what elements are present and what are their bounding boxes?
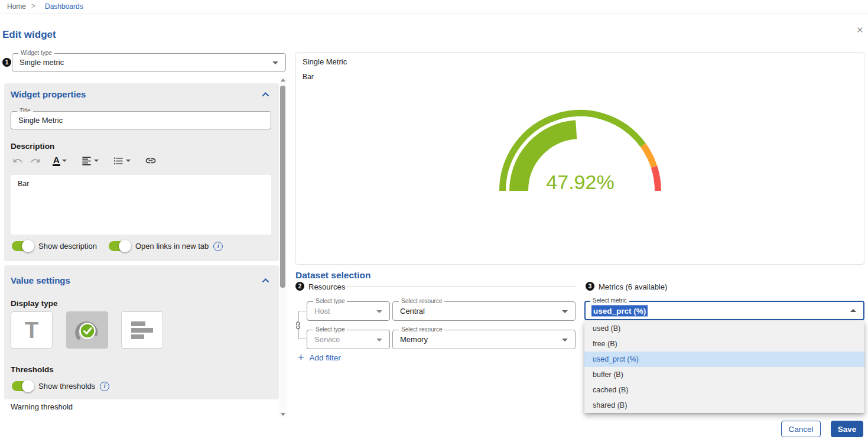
text-align-button[interactable] bbox=[79, 154, 100, 168]
info-icon[interactable]: i bbox=[100, 382, 109, 391]
text-color-button[interactable]: A bbox=[51, 154, 69, 167]
value-settings-panel: Value settings Display type T Thresholds bbox=[4, 265, 279, 399]
plus-icon: + bbox=[298, 352, 304, 363]
chevron-down-icon bbox=[126, 160, 131, 162]
close-icon[interactable]: ✕ bbox=[856, 25, 864, 35]
text-display-icon: T bbox=[25, 319, 38, 342]
left-panel-scrollbar[interactable] bbox=[279, 77, 287, 418]
display-type-label: Display type bbox=[11, 299, 58, 308]
resource-select-1[interactable]: Select resource Central bbox=[392, 301, 576, 321]
gauge-preview: 47.92% bbox=[492, 104, 669, 196]
resource-value-2: Memory bbox=[400, 330, 428, 349]
resource-select-2[interactable]: Select resource Memory bbox=[392, 330, 576, 349]
add-filter-label: Add filter bbox=[310, 353, 341, 362]
select-metric-label: Select metric bbox=[590, 297, 629, 304]
chevron-up-icon bbox=[850, 309, 856, 312]
gauge-display-icon bbox=[74, 318, 100, 343]
resource-type-value-1: Host bbox=[314, 302, 330, 320]
show-description-label: Show description bbox=[38, 242, 97, 251]
link-bracket-top bbox=[298, 311, 306, 321]
undo-button[interactable] bbox=[11, 154, 25, 167]
display-option-gauge[interactable] bbox=[66, 311, 108, 349]
open-links-label: Open links in new tab bbox=[135, 242, 209, 251]
metric-option[interactable]: free (B) bbox=[584, 336, 864, 352]
thresholds-label: Thresholds bbox=[11, 365, 54, 374]
toggles-row: Show description Open links in new tab i bbox=[12, 241, 223, 251]
preview-description: Bar bbox=[303, 73, 314, 81]
resources-label: Resources bbox=[308, 282, 345, 291]
display-option-bar-chart[interactable] bbox=[121, 311, 163, 349]
scrollbar-down-arrow-icon[interactable] bbox=[281, 413, 285, 416]
description-toolbar: A bbox=[11, 154, 158, 168]
description-textarea[interactable]: Bar bbox=[11, 175, 271, 235]
redo-button[interactable] bbox=[28, 154, 43, 167]
link-icon bbox=[145, 155, 157, 167]
scrollbar-up-arrow-icon[interactable] bbox=[281, 79, 285, 82]
step-1-badge: 1 bbox=[2, 58, 11, 67]
show-thresholds-label: Show thresholds bbox=[38, 382, 95, 391]
value-settings-heading: Value settings bbox=[11, 275, 70, 285]
metric-option[interactable]: used (B) bbox=[584, 321, 864, 336]
add-filter-button[interactable]: + Add filter bbox=[298, 352, 341, 363]
metric-options-menu: used (B) free (B) used_prct (%) buffer (… bbox=[584, 321, 864, 413]
description-label: Description bbox=[11, 142, 54, 151]
page-title: Edit widget bbox=[2, 29, 56, 41]
list-format-button[interactable] bbox=[111, 154, 132, 168]
bullet-list-icon bbox=[113, 155, 124, 167]
insert-link-button[interactable] bbox=[143, 154, 158, 168]
resources-divider bbox=[345, 287, 576, 287]
preview-title: Single Metric bbox=[303, 57, 347, 66]
redo-icon bbox=[30, 155, 41, 166]
breadcrumb-dashboards-link[interactable]: Dashboards bbox=[45, 2, 83, 11]
show-thresholds-row: Show thresholds i bbox=[12, 381, 109, 391]
title-field-wrap: Title bbox=[11, 111, 271, 129]
chevron-down-icon bbox=[62, 160, 67, 162]
step-3-badge: 3 bbox=[586, 282, 594, 291]
widget-type-select[interactable]: Widget type Single metric bbox=[12, 53, 286, 71]
chevron-down-icon bbox=[376, 339, 382, 342]
metric-select-value: used_prct (%) bbox=[591, 305, 648, 316]
step-2-badge: 2 bbox=[295, 282, 304, 291]
open-links-toggle[interactable] bbox=[109, 241, 130, 251]
widget-preview-panel: Single Metric Bar 47.92% bbox=[295, 52, 864, 265]
resource-type-select-2[interactable]: Select type Service bbox=[307, 330, 390, 349]
metric-option[interactable]: buffer (B) bbox=[584, 367, 864, 382]
resource-type-value-2: Service bbox=[314, 330, 340, 349]
warning-threshold-label: Warning threshold bbox=[11, 402, 73, 411]
link-bracket-bottom bbox=[298, 329, 306, 339]
metric-option[interactable]: shared (B) bbox=[584, 398, 864, 413]
chevron-up-icon bbox=[262, 92, 269, 97]
chevron-down-icon bbox=[562, 339, 568, 342]
show-description-toggle[interactable] bbox=[12, 241, 33, 251]
chevron-down-icon bbox=[272, 61, 278, 64]
breadcrumb-home-link[interactable]: Home bbox=[7, 2, 26, 11]
chevron-down-icon bbox=[94, 160, 99, 162]
info-icon[interactable]: i bbox=[213, 242, 223, 251]
chevron-down-icon bbox=[376, 310, 382, 313]
chevron-right-icon: > bbox=[31, 2, 35, 10]
metric-option[interactable]: cached (B) bbox=[584, 382, 864, 398]
widget-properties-panel: Widget properties Title Description A bbox=[4, 83, 279, 261]
bar-chart-icon bbox=[131, 320, 154, 340]
gauge-arc-critical bbox=[654, 167, 658, 191]
metric-select[interactable]: Select metric used_prct (%) bbox=[584, 301, 864, 320]
display-option-text[interactable]: T bbox=[11, 311, 53, 349]
gauge-value-text: 47.92% bbox=[546, 171, 614, 193]
save-button[interactable]: Save bbox=[831, 421, 863, 437]
collapse-value-settings-button[interactable] bbox=[262, 278, 269, 283]
align-left-icon bbox=[81, 155, 92, 167]
collapse-widget-properties-button[interactable] bbox=[262, 92, 269, 97]
show-thresholds-toggle[interactable] bbox=[12, 381, 33, 391]
metric-option-selected[interactable]: used_prct (%) bbox=[584, 352, 864, 367]
breadcrumb: Home > Dashboards bbox=[0, 0, 868, 14]
title-input[interactable] bbox=[11, 112, 271, 129]
widget-type-value: Single metric bbox=[19, 54, 64, 71]
scrollbar-thumb[interactable] bbox=[280, 86, 285, 288]
resource-type-select-1[interactable]: Select type Host bbox=[307, 301, 390, 321]
metrics-label: Metrics (6 available) bbox=[599, 282, 667, 291]
chain-link-icon bbox=[294, 321, 303, 330]
cancel-button[interactable]: Cancel bbox=[781, 421, 821, 437]
text-color-icon: A bbox=[53, 155, 60, 166]
resource-value-1: Central bbox=[400, 302, 425, 320]
widget-properties-heading: Widget properties bbox=[11, 89, 86, 99]
